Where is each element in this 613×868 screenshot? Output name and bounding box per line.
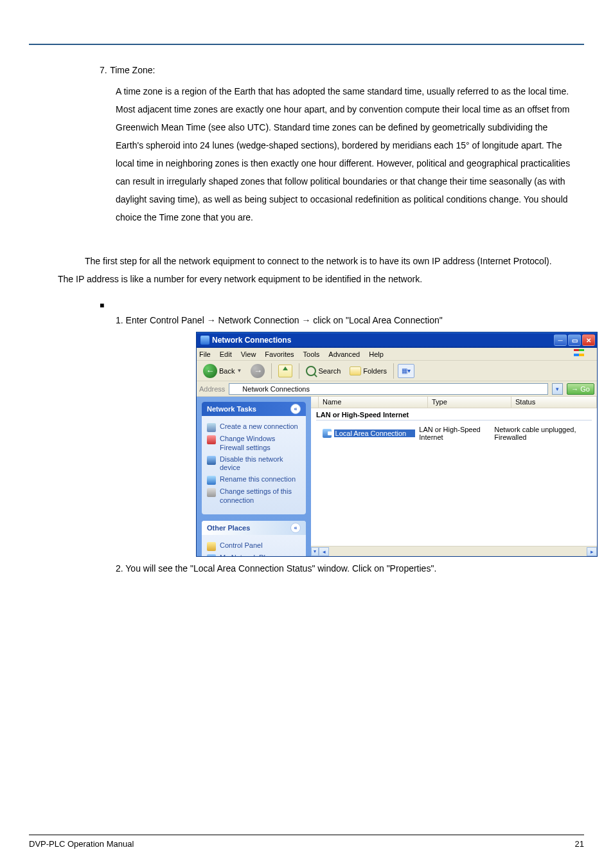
toolbar: ← Back ▼ → Search [197,361,597,381]
connection-status: Network cable unplugged, Firewalled [490,426,592,441]
address-dropdown[interactable]: ▾ [552,383,563,395]
menu-help[interactable]: Help [369,350,384,358]
back-arrow-icon: ← [203,364,217,378]
step-1: 1. Enter Control Panel → Network Connect… [116,315,584,325]
window-titlebar[interactable]: Network Connections ─ ▭ ✕ [197,332,597,348]
connection-type: LAN or High-Speed Internet [415,426,490,441]
menu-edit[interactable]: Edit [220,350,232,358]
search-button[interactable]: Search [303,365,343,377]
properties-icon [207,488,216,497]
collapse-icon[interactable]: « [290,523,301,533]
sidebar-other-controlpanel[interactable]: Control Panel [207,541,301,551]
sidebar-task-create[interactable]: Create a new connection [207,422,301,432]
go-button[interactable]: → Go [567,383,594,395]
controlpanel-icon [207,542,216,551]
toolbar-separator [271,363,272,379]
menu-file[interactable]: File [199,350,211,358]
shield-icon [207,435,216,444]
footer-title: DVP-PLC Operation Manual [29,839,134,849]
menu-favorites[interactable]: Favorites [265,350,294,358]
forward-arrow-icon: → [251,364,265,378]
sidebar-task-firewall[interactable]: Change Windows Firewall settings [207,435,301,453]
menu-view[interactable]: View [241,350,256,358]
forward-button[interactable]: → [248,363,267,379]
minimize-button[interactable]: ─ [554,334,567,346]
networkplaces-icon [207,554,216,557]
back-button[interactable]: ← Back ▼ [200,363,244,379]
column-type[interactable]: Type [428,397,511,408]
sidebar-task-rename[interactable]: Rename this connection [207,475,301,485]
main-panel: Name Type Status LAN or High-Speed Inter… [311,397,597,556]
column-name[interactable]: Name [319,397,428,408]
address-label: Address [199,385,225,393]
search-icon [306,366,316,376]
address-bar: Address Network Connections ▾ → Go [197,381,597,397]
network-disable-icon [207,456,216,465]
sidebar-task-settings[interactable]: Change settings of this connection [207,487,301,505]
window-title: Network Connections [212,336,291,345]
list-number: 7. [100,65,107,75]
maximize-button[interactable]: ▭ [568,334,581,346]
close-button[interactable]: ✕ [582,334,595,346]
views-button[interactable]: ▦▾ [398,364,414,378]
step-2: 2. You will see the "Local Area Connecti… [116,563,584,574]
sidebar-task-disable[interactable]: Disable this network device [207,455,301,473]
page-number: 21 [575,839,584,849]
list-title: Time Zone: [110,65,155,75]
intro-paragraph: The first step for all the network equip… [58,252,555,288]
windows-flag-icon [574,349,584,358]
connection-name: Local Area Connection [334,429,416,437]
address-input[interactable]: Network Connections [229,383,548,395]
network-icon [232,385,240,393]
menu-advanced[interactable]: Advanced [328,350,360,358]
lan-connection-icon [323,429,331,438]
sidebar: Network Tasks « Create a new connection … [197,397,311,556]
sidebar-tasks-header[interactable]: Network Tasks « [202,402,306,416]
toolbar-separator [393,363,394,379]
folder-icon [350,366,361,375]
scroll-left-icon[interactable]: ◂ [319,547,329,556]
item-body: A time zone is a region of the Earth tha… [116,82,578,226]
sidebar-other-networkplaces[interactable]: My Network Places [207,554,301,557]
column-status[interactable]: Status [511,397,597,408]
menubar[interactable]: File Edit View Favorites Tools Advanced … [197,348,597,361]
folders-button[interactable]: Folders [347,365,389,377]
group-header: LAN or High-Speed Internet [311,408,597,420]
xp-window: Network Connections ─ ▭ ✕ File Edit View… [196,332,598,557]
sidebar-other-header[interactable]: Other Places « [202,521,306,535]
up-folder-icon [278,365,292,377]
scroll-right-icon[interactable]: ▸ [587,547,597,556]
menu-tools[interactable]: Tools [303,350,320,358]
connection-item[interactable]: Local Area Connection LAN or High-Speed … [311,424,597,442]
wizard-icon [207,423,216,432]
toolbar-separator [299,363,299,379]
up-button[interactable] [276,363,295,379]
bullet-marker: ■ [100,301,584,310]
collapse-icon[interactable]: « [290,404,301,414]
network-icon [200,336,209,345]
horizontal-scrollbar[interactable]: ▾ ◂ ▸ [311,546,597,556]
go-arrow-icon: → [571,385,578,393]
rename-icon [207,476,216,485]
scroll-down-icon[interactable]: ▾ [311,547,319,556]
